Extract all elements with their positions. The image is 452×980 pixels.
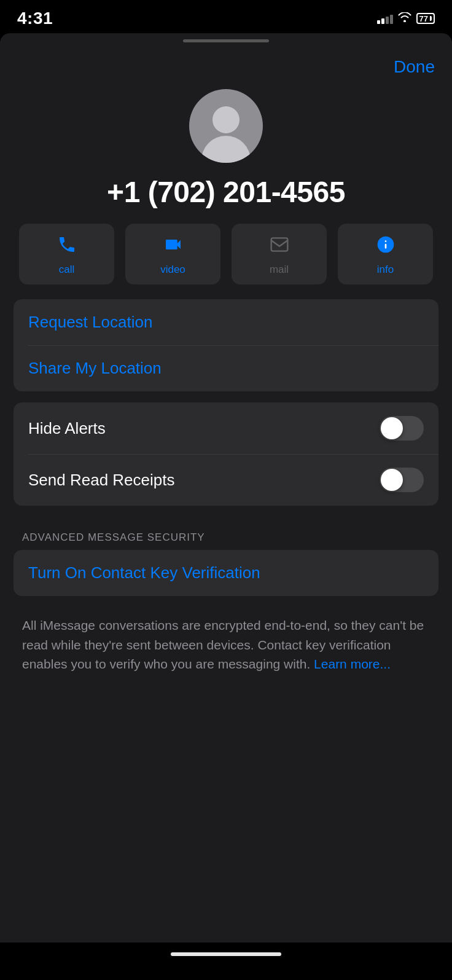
mail-label: mail [270,264,289,276]
status-time: 4:31 [17,9,53,28]
status-bar: 4:31 77 [0,0,452,33]
info-icon [376,235,395,259]
info-button[interactable]: info [338,224,433,284]
location-section: Request Location Share My Location [14,299,438,391]
header-row: Done [0,46,452,83]
avatar [189,89,263,163]
mail-icon [270,235,289,259]
learn-more-link[interactable]: Learn more... [314,657,391,671]
contact-phone: +1 (702) 201-4565 [107,175,345,209]
advanced-section-label: ADVANCED MESSAGE SECURITY [0,517,452,550]
call-button[interactable]: call [19,224,114,284]
send-read-receipts-label: Send Read Receipts [28,471,174,490]
toggles-section: Hide Alerts Send Read Receipts [14,402,438,506]
video-icon [163,235,183,259]
advanced-description: All iMessage conversations are encrypted… [0,607,452,674]
send-read-receipts-toggle[interactable] [380,468,424,492]
sheet-handle [0,33,452,46]
advanced-section: ADVANCED MESSAGE SECURITY Turn On Contac… [0,517,452,674]
call-label: call [59,264,75,276]
svg-rect-0 [271,238,287,251]
share-location-item[interactable]: Share My Location [14,345,438,391]
video-label: video [160,264,185,276]
info-label: info [377,264,394,276]
actions-row: call video mail [0,224,452,299]
battery-icon: 77 [416,13,435,24]
wifi-icon [398,12,411,25]
video-button[interactable]: video [125,224,220,284]
hide-alerts-toggle[interactable] [380,416,424,441]
hide-alerts-label: Hide Alerts [28,419,106,438]
done-button[interactable]: Done [394,57,435,77]
avatar-section: +1 (702) 201-4565 [0,83,452,224]
call-icon [57,235,77,259]
contact-key-button[interactable]: Turn On Contact Key Verification [14,550,438,596]
home-indicator [0,943,452,962]
signal-icon [377,13,393,24]
detail-sheet: Done +1 (702) 201-4565 call v [0,33,452,943]
contact-key-card: Turn On Contact Key Verification [14,550,438,596]
mail-button[interactable]: mail [232,224,327,284]
status-icons: 77 [377,12,435,25]
hide-alerts-item: Hide Alerts [14,402,438,454]
request-location-item[interactable]: Request Location [14,299,438,345]
send-read-receipts-item: Send Read Receipts [14,454,438,506]
